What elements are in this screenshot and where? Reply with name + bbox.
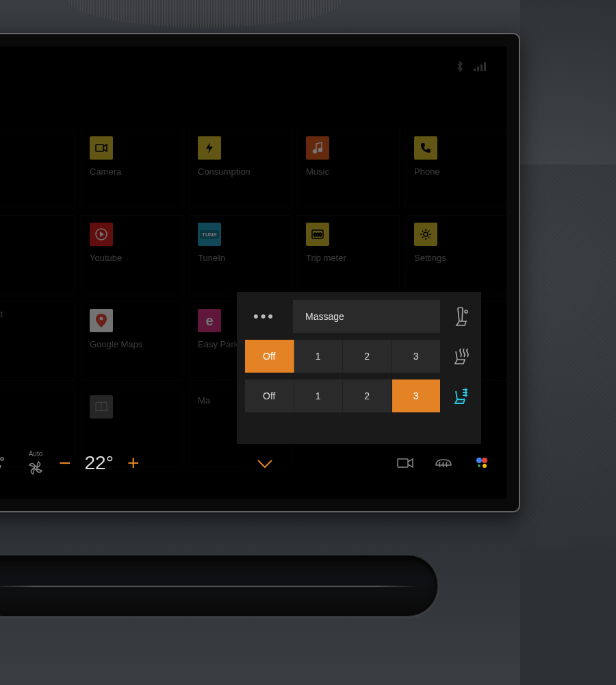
seat-heat-option[interactable]: 3 bbox=[392, 340, 441, 373]
fan-auto-label: Auto bbox=[29, 450, 43, 458]
app-label: Phone bbox=[414, 166, 499, 177]
seat-vent-option[interactable]: 1 bbox=[294, 379, 344, 412]
app-tile[interactable]: Settings bbox=[405, 215, 506, 295]
svg-point-5 bbox=[313, 150, 317, 153]
climate-bar: Auto − 22° + bbox=[0, 441, 506, 485]
seat-heat-icon bbox=[450, 346, 473, 366]
seat-massage-icon bbox=[450, 306, 473, 327]
seat-heat-option[interactable]: 1 bbox=[294, 340, 344, 373]
assistant-button[interactable] bbox=[467, 456, 497, 470]
status-bar bbox=[456, 60, 486, 75]
bolt-icon bbox=[198, 136, 221, 160]
car-interior-side bbox=[520, 0, 616, 685]
app-tile[interactable]: Camera bbox=[81, 129, 183, 208]
app-label: Google Maps bbox=[90, 339, 175, 349]
temp-down-button[interactable]: − bbox=[59, 451, 71, 475]
dashboard-vent bbox=[0, 555, 438, 616]
speaker-grille bbox=[68, 0, 342, 27]
play-icon bbox=[90, 223, 113, 246]
infotainment-screen: CameraConsumptionMusicPhoneYoutubeTUNETu… bbox=[0, 47, 506, 499]
svg-point-19 bbox=[478, 464, 480, 467]
app-label: Youtube bbox=[90, 253, 175, 263]
screen-bezel: CameraConsumptionMusicPhoneYoutubeTUNETu… bbox=[0, 33, 520, 512]
svg-point-11 bbox=[100, 317, 103, 321]
seat-heat-option[interactable]: 2 bbox=[343, 340, 392, 373]
defrost-button[interactable] bbox=[428, 456, 459, 471]
more-icon[interactable]: ••• bbox=[245, 308, 283, 325]
seat-vent-icon bbox=[450, 386, 473, 406]
app-label: Music bbox=[306, 166, 391, 177]
app-label: Settings bbox=[414, 253, 499, 263]
app-label: Camera bbox=[90, 166, 175, 177]
app-tile[interactable]: Google Maps bbox=[81, 301, 183, 381]
svg-rect-0 bbox=[474, 68, 476, 71]
bluetooth-icon bbox=[456, 60, 464, 75]
svg-point-17 bbox=[482, 458, 487, 463]
meter-icon: 000 bbox=[306, 223, 329, 246]
app-label: Consumption bbox=[198, 166, 283, 177]
svg-point-10 bbox=[424, 232, 428, 236]
svg-rect-15 bbox=[398, 459, 408, 467]
svg-point-12 bbox=[465, 310, 467, 313]
driver-seat-button[interactable] bbox=[0, 454, 12, 472]
temperature-value: 22° bbox=[85, 452, 114, 474]
app-tile[interactable]: Music bbox=[297, 129, 400, 208]
e-icon: e bbox=[198, 309, 221, 332]
temp-up-button[interactable]: + bbox=[127, 451, 140, 475]
seat-vent-segmented: Off123 bbox=[245, 379, 440, 412]
signal-icon bbox=[474, 62, 486, 74]
pin-icon bbox=[90, 309, 113, 332]
massage-button[interactable]: Massage bbox=[293, 300, 440, 333]
app-tile[interactable]: Consumption bbox=[189, 129, 292, 208]
massage-row: ••• Massage bbox=[245, 300, 473, 333]
svg-point-13 bbox=[1, 458, 3, 460]
camera-shortcut-button[interactable] bbox=[390, 456, 420, 470]
svg-point-16 bbox=[476, 458, 482, 463]
svg-text:000: 000 bbox=[313, 232, 322, 237]
svg-point-18 bbox=[483, 464, 487, 468]
fan-button[interactable]: Auto bbox=[21, 450, 51, 477]
svg-rect-4 bbox=[96, 145, 103, 151]
app-label: dcast bbox=[0, 309, 66, 319]
seat-heat-option[interactable]: Off bbox=[245, 340, 294, 373]
svg-rect-2 bbox=[480, 64, 483, 71]
app-label: Trip meter bbox=[306, 253, 391, 263]
book-icon bbox=[90, 395, 113, 419]
temperature-control: − 22° + bbox=[59, 451, 139, 475]
app-tile[interactable]: Youtube bbox=[81, 215, 183, 295]
seat-vent-option[interactable]: Off bbox=[245, 379, 294, 412]
tunein-icon: TUNE bbox=[198, 223, 221, 246]
app-tile[interactable]: dcast bbox=[0, 301, 75, 381]
gear-icon bbox=[414, 223, 437, 246]
svg-rect-3 bbox=[484, 62, 486, 71]
app-tile[interactable]: TUNETuneIn bbox=[189, 215, 292, 295]
seat-vent-option[interactable]: 3 bbox=[392, 379, 441, 412]
phone-icon bbox=[414, 136, 437, 160]
app-tile[interactable] bbox=[0, 129, 75, 208]
vent-row: Off123 bbox=[245, 379, 473, 412]
heat-row: Off123 bbox=[245, 340, 473, 373]
app-tile[interactable] bbox=[0, 215, 75, 295]
app-tile[interactable]: Phone bbox=[405, 129, 506, 208]
climate-expand-chevron-icon[interactable] bbox=[255, 451, 274, 475]
seat-vent-option[interactable]: 2 bbox=[343, 379, 392, 412]
svg-point-6 bbox=[319, 149, 322, 152]
seat-heat-segmented: Off123 bbox=[245, 340, 440, 373]
svg-rect-1 bbox=[477, 66, 479, 71]
app-tile[interactable]: 000Trip meter bbox=[297, 215, 400, 295]
app-label: TuneIn bbox=[198, 253, 283, 263]
video-icon bbox=[90, 136, 113, 160]
seat-controls-popup: ••• Massage Off123 bbox=[237, 292, 481, 444]
music-icon bbox=[306, 136, 329, 160]
